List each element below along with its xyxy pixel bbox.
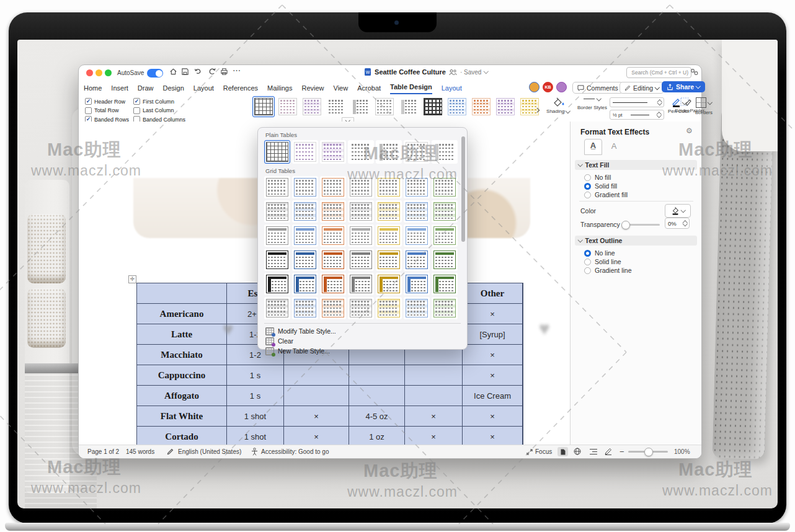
- text-fill-section-header[interactable]: Text Fill: [575, 160, 697, 170]
- outline-view-button[interactable]: [590, 449, 597, 454]
- table-style-thumbnail[interactable]: [264, 140, 290, 164]
- table-cell[interactable]: [349, 365, 405, 386]
- tab-table-design[interactable]: Table Design: [390, 83, 432, 94]
- tab-text-outline-effects[interactable]: A: [606, 140, 621, 154]
- table-style-thumbnail[interactable]: [320, 297, 346, 319]
- table-cell[interactable]: 4-5 oz: [349, 406, 405, 427]
- table-cell[interactable]: ×: [405, 406, 463, 427]
- table-style-thumbnail[interactable]: [376, 200, 402, 223]
- comments-button[interactable]: Comments: [572, 82, 623, 94]
- presence-icon[interactable]: [690, 68, 698, 76]
- transparency-slider[interactable]: [623, 224, 660, 226]
- table-style-thumbnail[interactable]: [320, 249, 346, 271]
- border-painter-button[interactable]: Border Painter: [674, 97, 698, 113]
- tab-mailings[interactable]: Mailings: [267, 84, 292, 94]
- table-style-thumbnail[interactable]: [404, 224, 430, 247]
- zoom-button[interactable]: [105, 69, 112, 76]
- table-style-thumbnail[interactable]: [252, 96, 275, 117]
- table-style-thumbnail[interactable]: [348, 176, 374, 198]
- table-style-thumbnail[interactable]: [348, 249, 374, 271]
- table-style-thumbnail[interactable]: [432, 273, 458, 295]
- web-layout-view-button[interactable]: [574, 448, 581, 455]
- table-style-thumbnail[interactable]: [264, 297, 290, 319]
- dropdown-menu-item[interactable]: New Table Style...: [258, 346, 467, 356]
- tab-design[interactable]: Design: [163, 84, 184, 94]
- page-indicator[interactable]: Page 1 of 2: [87, 448, 119, 455]
- table-cell[interactable]: Cortado: [137, 427, 227, 445]
- table-style-thumbnail[interactable]: [376, 297, 402, 319]
- table-style-thumbnail[interactable]: [404, 140, 430, 164]
- table-style-thumbnail[interactable]: [404, 176, 430, 198]
- tab-review[interactable]: Review: [301, 84, 324, 94]
- table-cell[interactable]: [405, 365, 463, 386]
- line-weight-dropdown[interactable]: ½ pt: [610, 110, 664, 120]
- table-style-thumbnail[interactable]: [432, 200, 458, 223]
- table-style-thumbnail[interactable]: [376, 140, 402, 164]
- tab-home[interactable]: Home: [84, 84, 102, 94]
- border-styles-button[interactable]: Border Styles: [577, 98, 607, 110]
- table-cell[interactable]: [405, 386, 463, 406]
- transparency-stepper[interactable]: 0%: [665, 218, 690, 229]
- table-style-thumbnail[interactable]: [404, 200, 430, 223]
- dropdown-scrollbar[interactable]: [461, 134, 465, 320]
- gallery-more-icon[interactable]: [535, 103, 539, 114]
- title-chevron-icon[interactable]: [484, 69, 489, 74]
- table-style-thumbnail[interactable]: [292, 140, 318, 164]
- zoom-out-button[interactable]: −: [620, 447, 624, 456]
- option-solid-fill[interactable]: Solid fill: [584, 182, 617, 190]
- home-icon[interactable]: [169, 68, 177, 76]
- table-style-thumbnail[interactable]: [264, 224, 290, 247]
- table-header-cell[interactable]: [137, 283, 227, 304]
- zoom-slider-knob[interactable]: [644, 448, 653, 456]
- table-cell[interactable]: Latte: [137, 324, 227, 345]
- focus-button[interactable]: Focus: [526, 448, 552, 455]
- table-style-thumbnail[interactable]: [373, 96, 396, 117]
- table-cell[interactable]: ×: [463, 304, 523, 324]
- table-move-handle[interactable]: ✛: [128, 275, 136, 283]
- table-header-cell[interactable]: Other: [463, 283, 523, 304]
- table-style-thumbnail[interactable]: [320, 140, 346, 164]
- table-style-thumbnail[interactable]: [376, 176, 402, 198]
- table-cell[interactable]: Flat White: [137, 406, 227, 427]
- table-style-thumbnail[interactable]: [376, 249, 402, 271]
- tab-view[interactable]: View: [334, 84, 349, 94]
- table-cell[interactable]: [284, 365, 349, 386]
- table-style-thumbnail[interactable]: [325, 96, 347, 117]
- table-style-thumbnail[interactable]: [432, 297, 458, 319]
- table-style-thumbnail[interactable]: [320, 176, 346, 198]
- tab-text-fill-effects[interactable]: A̲: [584, 139, 602, 155]
- text-outline-section-header[interactable]: Text Outline: [575, 236, 697, 246]
- editing-button[interactable]: Editing: [620, 82, 664, 94]
- dropdown-menu-item[interactable]: Modify Table Style...: [258, 326, 467, 336]
- table-style-thumbnail[interactable]: [432, 176, 458, 198]
- table-style-thumbnail[interactable]: [348, 297, 374, 319]
- table-style-thumbnail[interactable]: [404, 297, 430, 319]
- table-style-thumbnail[interactable]: [398, 96, 420, 117]
- color-picker-button[interactable]: [665, 204, 691, 218]
- table-cell[interactable]: Macchiato: [137, 345, 227, 365]
- tab-acrobat[interactable]: Acrobat: [357, 84, 381, 94]
- table-style-thumbnail[interactable]: [264, 176, 290, 198]
- table-style-thumbnail[interactable]: [301, 96, 323, 117]
- redo-icon[interactable]: [208, 68, 216, 76]
- table-style-thumbnail[interactable]: [277, 96, 299, 117]
- table-cell[interactable]: Cappuccino: [137, 365, 227, 386]
- table-style-thumbnail[interactable]: [404, 273, 430, 295]
- table-cell[interactable]: [349, 386, 405, 406]
- table-style-thumbnail[interactable]: [292, 273, 318, 295]
- tab-layout[interactable]: Layout: [442, 84, 462, 94]
- table-style-thumbnail[interactable]: [349, 96, 371, 117]
- table-style-thumbnail[interactable]: [348, 273, 374, 295]
- style-option-total-row[interactable]: Total Row: [85, 107, 129, 115]
- more-icon[interactable]: ⋯: [233, 66, 241, 75]
- language-indicator[interactable]: English (United States): [178, 448, 241, 455]
- table-cell[interactable]: ×: [284, 427, 349, 445]
- table-style-thumbnail[interactable]: [348, 200, 374, 223]
- zoom-level[interactable]: 100%: [674, 448, 690, 455]
- table-cell[interactable]: 1 s: [227, 365, 284, 386]
- share-button[interactable]: Share: [662, 81, 705, 92]
- tab-layout[interactable]: Layout: [193, 84, 214, 94]
- print-layout-view-button[interactable]: [557, 447, 568, 456]
- table-style-thumbnail[interactable]: [404, 249, 430, 271]
- table-cell[interactable]: ×: [463, 427, 523, 445]
